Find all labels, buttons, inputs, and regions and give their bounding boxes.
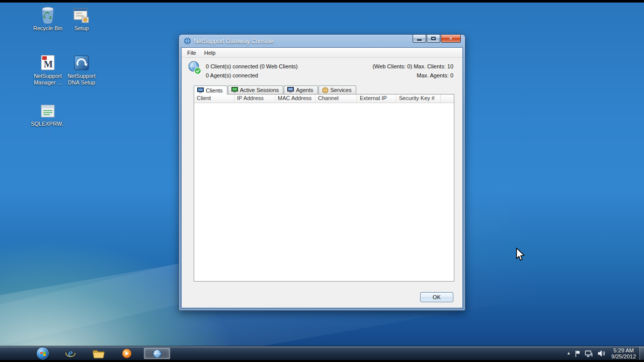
close-icon: × [449, 36, 452, 42]
desktop-icon-recycle-bin[interactable]: Recycle Bin [31, 4, 65, 32]
clients-connected-text: 0 Client(s) connected (0 Web Clients) [206, 62, 298, 71]
system-tray: ▲ 5:29 AM 9/25/2012 [567, 346, 638, 360]
menu-bar: File Help [182, 48, 462, 58]
maximize-icon [431, 37, 436, 40]
start-button[interactable] [36, 347, 49, 360]
max-clients-text: (Web Clients: 0) Max. Clients: 10 [372, 62, 453, 71]
sessions-monitor-icon [231, 87, 238, 93]
desktop-icon-label: NetSupport DNA Setup [64, 73, 99, 86]
tray-expand-button[interactable]: ▲ [567, 351, 571, 356]
netsupport-manager-icon: M [31, 52, 65, 72]
window-client-area: File Help 0 Client(s) connecte [181, 47, 463, 308]
netsupport-dna-setup-icon [64, 52, 99, 72]
tab-strip: Clients Active Sessions [194, 85, 357, 94]
desktop-icon-label: Setup [64, 25, 99, 32]
desktop-icon-label: SQLEXPRW... [31, 121, 65, 134]
connection-status: 0 Client(s) connected (0 Web Clients) 0 … [206, 62, 298, 80]
action-center-flag-icon[interactable] [575, 350, 581, 357]
close-button[interactable]: × [441, 35, 461, 43]
clock[interactable]: 5:29 AM 9/25/2012 [609, 347, 638, 359]
desktop-icon-netsupport-manager[interactable]: M NetSupport Manager ... [31, 52, 65, 86]
tab-label: Active Sessions [240, 87, 279, 93]
desktop-icon-label: NetSupport Manager ... [31, 73, 65, 86]
tab-label: Clients [206, 87, 223, 94]
netsupport-gateway-console-window: NetSupport Gateway Console × File Help [179, 34, 465, 311]
column-header-filler [441, 95, 454, 103]
tab-agents[interactable]: Agents [284, 85, 317, 94]
gateway-globe-icon [152, 349, 162, 358]
desktop-icon-setup[interactable]: Setup [64, 4, 99, 32]
status-globe-icon [188, 61, 202, 77]
taskbar-item-internet-explorer[interactable]: e [60, 348, 80, 359]
letterbox-top [0, 0, 644, 3]
tab-active-sessions[interactable]: Active Sessions [228, 85, 284, 94]
max-agents-text: Max. Agents: 0 [372, 71, 453, 80]
sql-installer-icon [31, 100, 65, 120]
window-globe-icon [184, 37, 191, 45]
tab-services[interactable]: Services [318, 85, 356, 94]
clients-monitor-icon [197, 87, 204, 94]
letterbox-bottom [0, 360, 644, 362]
column-header-mac-address[interactable]: MAC Address [275, 95, 315, 103]
agents-connected-text: 0 Agent(s) connected [206, 71, 298, 80]
network-icon[interactable] [585, 350, 593, 357]
column-header-external-ip[interactable]: External IP [357, 95, 396, 103]
svg-text:M: M [44, 59, 53, 69]
desktop-icon-label: Recycle Bin [31, 25, 65, 32]
clock-time: 5:29 AM [611, 347, 636, 353]
clients-tab-panel: Client IP Address MAC Address Channel Ex… [194, 94, 454, 282]
setup-icon [64, 4, 99, 24]
client-list-body[interactable] [194, 104, 454, 281]
menu-file[interactable]: File [183, 49, 200, 57]
desktop-icon-sqlexprw[interactable]: SQLEXPRW... [31, 100, 65, 134]
taskbar-item-windows-explorer[interactable] [89, 348, 109, 359]
tab-label: Agents [296, 87, 313, 93]
show-desktop-button[interactable] [639, 346, 644, 360]
taskbar-item-netsupport-gateway[interactable] [144, 348, 170, 359]
minimize-button[interactable] [413, 35, 426, 43]
maximize-button[interactable] [427, 35, 440, 43]
limits-status: (Web Clients: 0) Max. Clients: 10 Max. A… [372, 62, 453, 80]
column-header-ip-address[interactable]: IP Address [234, 95, 275, 103]
menu-help[interactable]: Help [200, 49, 220, 57]
window-title: NetSupport Gateway Console [194, 38, 274, 45]
client-list-header: Client IP Address MAC Address Channel Ex… [194, 95, 454, 103]
taskbar-item-media-player[interactable] [117, 348, 137, 359]
agents-monitor-icon [287, 87, 294, 93]
column-header-channel[interactable]: Channel [315, 95, 357, 103]
tab-label: Services [331, 87, 352, 93]
taskbar: e [0, 346, 644, 360]
mouse-cursor [515, 247, 525, 261]
column-header-client[interactable]: Client [194, 95, 234, 103]
internet-explorer-icon: e [65, 348, 76, 359]
ok-button[interactable]: OK [420, 292, 453, 302]
speaker-icon[interactable] [597, 350, 605, 357]
ok-button-label: OK [433, 294, 441, 300]
media-player-icon [121, 348, 132, 359]
minimize-icon [417, 39, 422, 41]
recycle-bin-icon [31, 4, 65, 24]
windows-flag-icon [40, 350, 46, 357]
folder-icon [93, 349, 105, 358]
clock-date: 9/25/2012 [611, 353, 636, 359]
tab-clients[interactable]: Clients [194, 85, 227, 95]
column-header-security-key[interactable]: Security Key # [396, 95, 441, 103]
services-globe-icon [322, 87, 329, 94]
desktop-icon-netsupport-dna-setup[interactable]: NetSupport DNA Setup [64, 52, 99, 86]
